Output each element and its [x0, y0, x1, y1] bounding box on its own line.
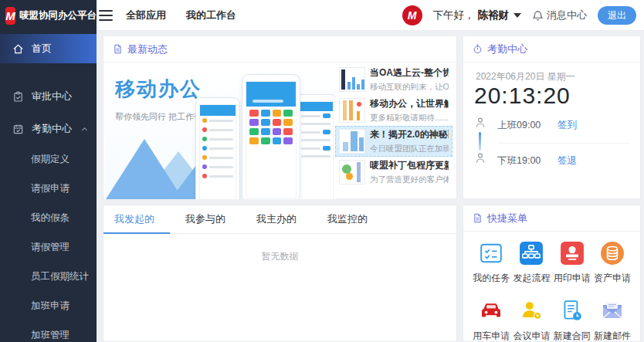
news-thumbnail — [339, 160, 365, 185]
banner-headline: 移动办公 — [115, 76, 202, 103]
bell-icon — [532, 10, 544, 22]
news-title: 移动办公，让世界触手可 — [370, 97, 449, 110]
sidebar-subitem-employee-holiday-stats[interactable]: 员工假期统计 — [0, 262, 97, 290]
sidebar-subitem-my-leave-notes[interactable]: 我的假条 — [0, 204, 97, 232]
task-list-icon — [479, 241, 503, 266]
timeline-connector — [479, 132, 481, 151]
check-out-label: 下班19:00 — [497, 154, 541, 168]
quick-item-new-mail[interactable]: 新建邮件 — [592, 299, 632, 342]
document-icon — [113, 44, 123, 54]
quick-menu-grid: 我的任务 发起流程 用印申请 资产申请 用车申请 会议申请 新建合同 — [463, 232, 640, 342]
topbar: M 唛盟协同办公平台 全部应用 我的工作台 M 下午好， 陈裕财 消息中心 退出 — [0, 0, 644, 31]
user-menu[interactable]: 下午好， 陈裕财 — [433, 8, 522, 22]
stamp-icon — [560, 241, 585, 266]
sidebar-subitem-overtime-management[interactable]: 加班管理 — [0, 321, 97, 342]
panel-title: 快捷菜单 — [487, 212, 527, 225]
mail-icon — [600, 299, 625, 323]
news-list: 当OA遇上云-整个协同OA 移动互联的到来，让OA与云 移动办公，让世界触手可 … — [335, 64, 452, 188]
tab-initiated-by-me[interactable]: 我发起的 — [103, 205, 170, 233]
topbar-right: M 下午好， 陈裕财 消息中心 退出 — [402, 0, 637, 31]
top-nav: 全部应用 我的工作台 — [126, 0, 236, 31]
check-in-row: 上班09:00 签到 — [463, 117, 640, 134]
start-flow-icon — [519, 241, 544, 266]
sidebar-item-home[interactable]: 首页 — [0, 34, 97, 63]
sidebar-item-label: 考勤中心 — [32, 122, 72, 136]
quick-item-label: 新建邮件 — [594, 330, 631, 342]
meeting-icon — [519, 299, 544, 323]
news-title: 当OA遇上云-整个协同OA — [370, 66, 449, 80]
quick-item-label: 用车申请 — [473, 330, 510, 342]
quick-item-seal-request[interactable]: 用印申请 — [552, 241, 592, 285]
asset-icon — [600, 241, 625, 266]
latest-news-panel: 最新动态 移动办公 帮你领先同行 把工作带出办公室 — [103, 36, 457, 199]
sidebar-subitem-leave-management[interactable]: 请假管理 — [0, 233, 97, 261]
news-list-item[interactable]: 唛盟补丁包程序更新 为了营造更好的客户体验，唛 — [335, 157, 452, 188]
home-icon — [12, 43, 24, 55]
sidebar-item-approval-center[interactable]: 审批中心 — [0, 82, 97, 111]
sidebar-item-label: 审批中心 — [32, 90, 72, 103]
quick-item-label: 资产申请 — [594, 272, 631, 285]
panel-title: 最新动态 — [127, 42, 168, 56]
attendance-icon — [12, 124, 24, 135]
news-thumbnail — [339, 98, 365, 123]
sidebar-subitem-holiday-definition[interactable]: 假期定义 — [0, 145, 97, 173]
attendance-clock: 20:13:20 — [474, 83, 571, 109]
quick-item-my-tasks[interactable]: 我的任务 — [471, 241, 511, 285]
quick-item-label: 新建合同 — [554, 330, 591, 342]
quick-item-new-contract[interactable]: 新建合同 — [552, 299, 592, 342]
hamburger-menu-icon[interactable] — [99, 8, 113, 22]
stopwatch-icon — [473, 44, 483, 54]
check-out-link[interactable]: 签退 — [558, 154, 577, 168]
user-avatar[interactable]: M — [402, 5, 422, 25]
message-center-link[interactable]: 消息中心 — [532, 8, 587, 22]
logo-m-icon: M — [5, 7, 15, 25]
panel-title: 考勤中心 — [487, 42, 527, 56]
check-out-row: 下班19:00 签退 — [463, 152, 640, 169]
sidebar-subitem-overtime-request[interactable]: 加班申请 — [0, 292, 97, 320]
quick-item-label: 会议申请 — [513, 330, 550, 342]
chevron-down-icon — [514, 13, 521, 18]
banner-phone-mockup — [195, 97, 240, 199]
news-list-item[interactable]: 当OA遇上云-整个协同OA 移动互联的到来，让OA与云 — [335, 64, 452, 95]
quick-item-label: 发起流程 — [513, 272, 550, 285]
quick-item-meeting-request[interactable]: 会议申请 — [511, 299, 551, 342]
news-subtitle: 今日唛盟团队正在加班加点， — [370, 144, 449, 154]
app-logo[interactable]: M 唛盟协同办公平台 — [0, 0, 97, 31]
my-tasks-panel: 我发起的 我参与的 我主办的 我监控的 暂无数据 — [103, 205, 457, 342]
news-thumbnail — [339, 129, 365, 154]
logout-button[interactable]: 退出 — [598, 6, 636, 25]
attendance-date: 2022年06月20日 星期一 — [476, 70, 575, 83]
panel-header: 最新动态 — [103, 36, 456, 63]
user-name: 陈裕财 — [478, 8, 510, 22]
check-in-link[interactable]: 签到 — [558, 119, 577, 132]
quick-menu-panel: 快捷菜单 我的任务 发起流程 用印申请 资产申请 用车申请 会议申请 — [463, 205, 641, 342]
news-subtitle: 更多精彩敬请期待........ — [370, 113, 449, 124]
sidebar-subitem-leave-request[interactable]: 请假申请 — [0, 174, 97, 202]
nav-my-workbench[interactable]: 我的工作台 — [186, 8, 236, 22]
attendance-panel: 考勤中心 2022年06月20日 星期一 20:13:20 上班09:00 签到… — [463, 36, 641, 199]
quick-item-label: 我的任务 — [473, 272, 510, 285]
news-thumbnail — [339, 67, 365, 92]
promo-banner[interactable]: 移动办公 帮你领先同行 把工作带出办公室 — [104, 63, 336, 199]
car-icon — [479, 299, 503, 323]
empty-state-text: 暂无数据 — [103, 250, 456, 263]
check-in-label: 上班09:00 — [497, 119, 541, 132]
sidebar-item-attendance-center[interactable]: 考勤中心 — [0, 114, 97, 144]
chevron-up-icon — [80, 125, 89, 134]
tab-monitored-by-me[interactable]: 我监控的 — [312, 205, 383, 233]
news-subtitle: 为了营造更好的客户体验，唛 — [370, 174, 449, 185]
person-icon — [474, 117, 486, 129]
news-list-item[interactable]: 移动办公，让世界触手可 更多精彩敬请期待........ — [335, 95, 452, 126]
document-icon — [473, 213, 483, 223]
quick-item-start-flow[interactable]: 发起流程 — [511, 241, 551, 285]
message-center-label: 消息中心 — [547, 8, 587, 22]
tab-participated-by-me[interactable]: 我参与的 — [170, 205, 241, 233]
news-list-item-selected[interactable]: 来！揭开2.0的神秘面纱- 今日唛盟团队正在加班加点， — [335, 126, 452, 157]
sidebar: 首页 审批中心 考勤中心 假期定义 请假申请 我的假条 请假管理 员工假期统计 … — [0, 31, 97, 342]
tasks-tabbar: 我发起的 我参与的 我主办的 我监控的 — [103, 205, 456, 234]
sidebar-item-label: 首页 — [32, 42, 52, 56]
tab-hosted-by-me[interactable]: 我主办的 — [241, 205, 312, 233]
quick-item-vehicle-request[interactable]: 用车申请 — [471, 299, 511, 342]
nav-all-apps[interactable]: 全部应用 — [126, 8, 166, 22]
quick-item-asset-request[interactable]: 资产申请 — [592, 241, 632, 285]
